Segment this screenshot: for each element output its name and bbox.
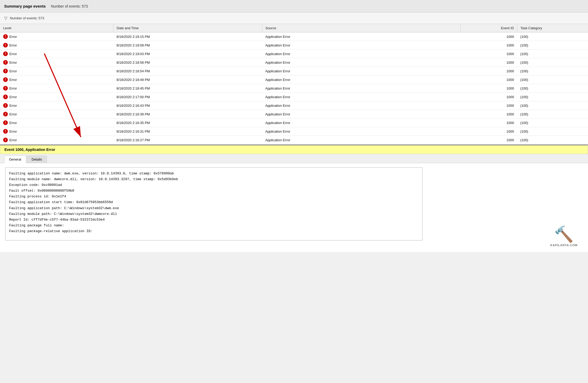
cell-level: !Error	[0, 50, 113, 58]
col-header-eventid[interactable]: Event ID	[460, 24, 517, 32]
cell-source: Application Error	[262, 110, 460, 119]
cell-taskcategory: (100)	[517, 67, 588, 75]
detail-line: Faulting module name: dwmcore.dll, versi…	[9, 176, 419, 182]
table-row[interactable]: !Error8/18/2020 2:19:15 PMApplication Er…	[0, 32, 588, 41]
cell-taskcategory: (100)	[517, 32, 588, 41]
col-header-source[interactable]: Source	[262, 24, 460, 32]
table-row[interactable]: !Error8/18/2020 2:19:08 PMApplication Er…	[0, 41, 588, 50]
cell-eventid: 1000	[460, 41, 517, 50]
cell-datetime: 8/18/2020 2:19:15 PM	[113, 32, 262, 41]
title-event-count: Number of events: 573	[51, 4, 88, 8]
error-icon: !	[3, 138, 8, 142]
cell-eventid: 1000	[460, 75, 517, 84]
detail-line: Faulting module path: C:\Windows\system3…	[9, 211, 419, 217]
filter-label: Number of events: 573	[10, 16, 44, 20]
table-row[interactable]: !Error8/18/2020 2:16:43 PMApplication Er…	[0, 101, 588, 110]
cell-eventid: 1000	[460, 136, 517, 144]
cell-taskcategory: (100)	[517, 84, 588, 93]
error-icon: !	[3, 43, 8, 48]
cell-source: Application Error	[262, 50, 460, 58]
table-row[interactable]: !Error8/18/2020 2:18:45 PMApplication Er…	[0, 84, 588, 93]
col-header-datetime[interactable]: Date and Time	[113, 24, 262, 32]
error-icon: !	[3, 86, 8, 91]
error-icon: !	[3, 34, 8, 39]
detail-text-box: Faulting application name: dwm.exe, vers…	[5, 167, 422, 240]
col-header-level[interactable]: Level	[0, 24, 113, 32]
table-row[interactable]: !Error8/18/2020 2:16:27 PMApplication Er…	[0, 136, 588, 144]
events-table-container: Level Date and Time Source Event ID Task…	[0, 24, 588, 145]
cell-taskcategory: (100)	[517, 119, 588, 127]
cell-level: !Error	[0, 119, 113, 127]
cell-source: Application Error	[262, 84, 460, 93]
error-icon: !	[3, 112, 8, 116]
table-row[interactable]: !Error8/18/2020 2:16:39 PMApplication Er…	[0, 110, 588, 119]
table-row[interactable]: !Error8/18/2020 2:18:58 PMApplication Er…	[0, 58, 588, 67]
watermark: 🔨 KAPILARYA.COM	[550, 225, 578, 247]
cell-level: !Error	[0, 58, 113, 67]
cell-eventid: 1000	[460, 84, 517, 93]
table-row[interactable]: !Error8/18/2020 2:16:31 PMApplication Er…	[0, 127, 588, 136]
cell-source: Application Error	[262, 119, 460, 127]
detail-line: Fault offset: 0x00000000000f59b0	[9, 188, 419, 194]
cell-taskcategory: (100)	[517, 75, 588, 84]
filter-icon: ▽	[4, 16, 7, 21]
cell-taskcategory: (100)	[517, 101, 588, 110]
error-icon: !	[3, 77, 8, 82]
cell-source: Application Error	[262, 93, 460, 101]
cell-level: !Error	[0, 32, 113, 41]
cell-datetime: 8/18/2020 2:16:31 PM	[113, 127, 262, 136]
cell-eventid: 1000	[460, 67, 517, 75]
cell-level: !Error	[0, 127, 113, 136]
level-text: Error	[9, 104, 17, 108]
level-text: Error	[9, 52, 17, 56]
cell-level: !Error	[0, 136, 113, 144]
cell-eventid: 1000	[460, 58, 517, 67]
cell-eventid: 1000	[460, 32, 517, 41]
error-icon: !	[3, 120, 8, 125]
error-icon: !	[3, 95, 8, 99]
cell-taskcategory: (100)	[517, 93, 588, 101]
cell-taskcategory: (100)	[517, 50, 588, 58]
level-text: Error	[9, 86, 17, 90]
detail-line: Report Id: cff7df4e-c5f7-44ba-93ad-53237…	[9, 217, 419, 223]
tab-general[interactable]: General	[4, 156, 26, 163]
detail-line: Faulting process id: 0x1e1f4	[9, 194, 419, 199]
cell-eventid: 1000	[460, 93, 517, 101]
cell-level: !Error	[0, 67, 113, 75]
cell-taskcategory: (100)	[517, 127, 588, 136]
cell-source: Application Error	[262, 41, 460, 50]
level-text: Error	[9, 78, 17, 82]
tabs-bar: General Details	[0, 154, 588, 163]
cell-taskcategory: (100)	[517, 41, 588, 50]
cell-datetime: 8/18/2020 2:16:27 PM	[113, 136, 262, 144]
tab-details[interactable]: Details	[27, 156, 47, 163]
cell-datetime: 8/18/2020 2:16:43 PM	[113, 101, 262, 110]
detail-line: Faulting application path: C:\Windows\sy…	[9, 205, 419, 211]
col-header-taskcategory[interactable]: Task Category	[517, 24, 588, 32]
cell-level: !Error	[0, 93, 113, 101]
events-table: Level Date and Time Source Event ID Task…	[0, 24, 588, 144]
error-icon: !	[3, 51, 8, 56]
table-row[interactable]: !Error8/18/2020 2:16:35 PMApplication Er…	[0, 119, 588, 127]
table-row[interactable]: !Error8/18/2020 2:17:00 PMApplication Er…	[0, 93, 588, 101]
cell-datetime: 8/18/2020 2:19:03 PM	[113, 50, 262, 58]
level-text: Error	[9, 43, 17, 47]
detail-line: Faulting application start time: 0x01d67…	[9, 199, 419, 205]
table-row[interactable]: !Error8/18/2020 2:18:49 PMApplication Er…	[0, 75, 588, 84]
title-bar: Summary page events Number of events: 57…	[0, 0, 588, 13]
event-detail-header: Event 1000, Application Error	[0, 145, 588, 154]
level-text: Error	[9, 95, 17, 99]
cell-datetime: 8/18/2020 2:19:08 PM	[113, 41, 262, 50]
level-text: Error	[9, 129, 17, 133]
page-title: Summary page events	[4, 4, 46, 8]
cell-datetime: 8/18/2020 2:17:00 PM	[113, 93, 262, 101]
watermark-text: KAPILARYA.COM	[550, 244, 578, 247]
cell-datetime: 8/18/2020 2:16:35 PM	[113, 119, 262, 127]
table-row[interactable]: !Error8/18/2020 2:18:54 PMApplication Er…	[0, 67, 588, 75]
cell-level: !Error	[0, 101, 113, 110]
level-text: Error	[9, 61, 17, 64]
cell-source: Application Error	[262, 101, 460, 110]
cell-eventid: 1000	[460, 119, 517, 127]
detail-line: Exception code: 0xc00001ad	[9, 182, 419, 188]
table-row[interactable]: !Error8/18/2020 2:19:03 PMApplication Er…	[0, 50, 588, 58]
